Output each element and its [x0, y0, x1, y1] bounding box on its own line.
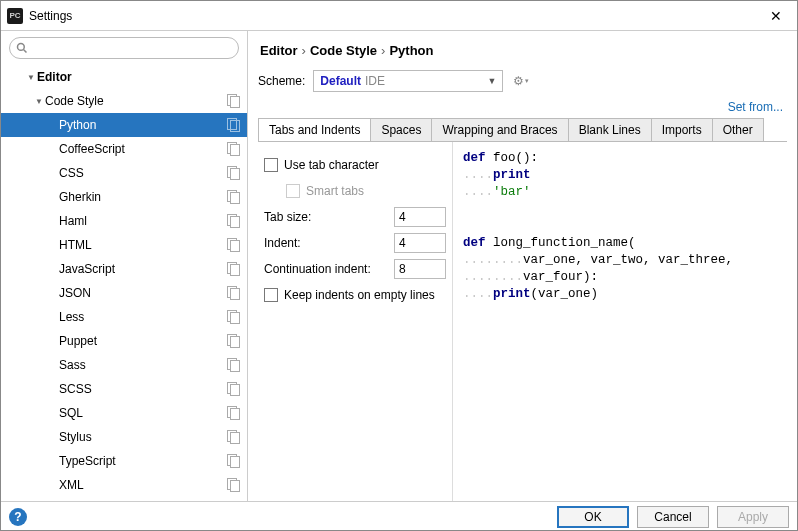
app-icon: PC: [7, 8, 23, 24]
scheme-name: Default: [320, 74, 361, 88]
scheme-copy-icon: [227, 262, 241, 276]
sidebar: ▼ Editor ▼ Code Style Python CoffeeScrip…: [1, 31, 248, 501]
gear-icon[interactable]: ⚙▾: [513, 74, 529, 88]
continuation-indent-input[interactable]: [394, 259, 446, 279]
breadcrumb-item: Editor: [260, 43, 298, 58]
scheme-copy-icon: [227, 406, 241, 420]
settings-tree: ▼ Editor ▼ Code Style Python CoffeeScrip…: [1, 65, 247, 501]
scheme-scope: IDE: [365, 74, 385, 88]
scheme-copy-icon: [227, 214, 241, 228]
options-panel: Use tab character Smart tabs Tab size: I…: [258, 142, 453, 501]
code-preview: def foo(): ....print ....'bar' def long_…: [453, 142, 787, 501]
checkbox-icon: [264, 288, 278, 302]
tree-label: XML: [59, 478, 227, 492]
ok-button[interactable]: OK: [557, 506, 629, 528]
tab-size-label: Tab size:: [264, 210, 311, 224]
tab-spaces[interactable]: Spaces: [371, 119, 432, 141]
tab-bar: Tabs and Indents Spaces Wrapping and Bra…: [258, 118, 764, 142]
set-from-link[interactable]: Set from...: [728, 100, 783, 114]
content-pane: Editor › Code Style › Python Scheme: Def…: [248, 31, 797, 501]
chevron-right-icon: ›: [381, 43, 385, 58]
breadcrumb-item: Python: [389, 43, 433, 58]
footer: ? OK Cancel Apply: [1, 501, 797, 531]
apply-button[interactable]: Apply: [717, 506, 789, 528]
tree-label: Haml: [59, 214, 227, 228]
tab-other[interactable]: Other: [713, 119, 763, 141]
scheme-copy-icon: [227, 454, 241, 468]
tree-item-sass[interactable]: Sass: [1, 353, 247, 377]
tree-item-coffeescript[interactable]: CoffeeScript: [1, 137, 247, 161]
tree-label: CSS: [59, 166, 227, 180]
scheme-copy-icon: [227, 358, 241, 372]
tree-item-javascript[interactable]: JavaScript: [1, 257, 247, 281]
cancel-button[interactable]: Cancel: [637, 506, 709, 528]
tree-item-python[interactable]: Python: [1, 113, 247, 137]
checkbox-icon: [264, 158, 278, 172]
tree-label: Sass: [59, 358, 227, 372]
option-label: Smart tabs: [306, 184, 364, 198]
continuation-indent-label: Continuation indent:: [264, 262, 371, 276]
scheme-copy-icon: [227, 190, 241, 204]
breadcrumb: Editor › Code Style › Python: [258, 37, 787, 68]
chevron-down-icon: ▼: [487, 76, 496, 86]
tree-label: JavaScript: [59, 262, 227, 276]
option-label: Keep indents on empty lines: [284, 288, 435, 302]
window-title: Settings: [29, 9, 761, 23]
search-icon: [16, 42, 28, 54]
scheme-copy-icon: [227, 94, 241, 108]
tree-label: SQL: [59, 406, 227, 420]
chevron-down-icon: ▼: [33, 97, 45, 106]
tree-label: Code Style: [45, 94, 227, 108]
tree-label: Python: [59, 118, 227, 132]
search-input[interactable]: [9, 37, 239, 59]
scheme-label: Scheme:: [258, 74, 305, 88]
titlebar: PC Settings ✕: [1, 1, 797, 31]
tab-blank-lines[interactable]: Blank Lines: [569, 119, 652, 141]
use-tab-checkbox[interactable]: Use tab character: [264, 158, 379, 172]
tree-label: Stylus: [59, 430, 227, 444]
tree-label: Less: [59, 310, 227, 324]
checkbox-icon: [286, 184, 300, 198]
tree-item-typescript[interactable]: TypeScript: [1, 449, 247, 473]
tree-item-less[interactable]: Less: [1, 305, 247, 329]
tree-label: Editor: [37, 70, 241, 84]
tree-item-gherkin[interactable]: Gherkin: [1, 185, 247, 209]
scheme-copy-icon: [227, 238, 241, 252]
tree-label: TypeScript: [59, 454, 227, 468]
indent-input[interactable]: [394, 233, 446, 253]
scheme-copy-icon: [227, 382, 241, 396]
tree-item-json[interactable]: JSON: [1, 281, 247, 305]
svg-line-1: [24, 50, 27, 53]
chevron-right-icon: ›: [302, 43, 306, 58]
tree-item-stylus[interactable]: Stylus: [1, 425, 247, 449]
tree-label: CoffeeScript: [59, 142, 227, 156]
scheme-copy-icon: [227, 118, 241, 132]
breadcrumb-item: Code Style: [310, 43, 377, 58]
chevron-down-icon: ▼: [25, 73, 37, 82]
scheme-copy-icon: [227, 310, 241, 324]
tree-item-editor[interactable]: ▼ Editor: [1, 65, 247, 89]
tree-item-sql[interactable]: SQL: [1, 401, 247, 425]
tab-wrapping-and-braces[interactable]: Wrapping and Braces: [432, 119, 568, 141]
tree-item-scss[interactable]: SCSS: [1, 377, 247, 401]
indent-label: Indent:: [264, 236, 301, 250]
tab-tabs-and-indents[interactable]: Tabs and Indents: [259, 119, 371, 142]
tree-label: JSON: [59, 286, 227, 300]
tab-imports[interactable]: Imports: [652, 119, 713, 141]
keep-indents-checkbox[interactable]: Keep indents on empty lines: [264, 288, 435, 302]
tab-size-input[interactable]: [394, 207, 446, 227]
tree-item-haml[interactable]: Haml: [1, 209, 247, 233]
tree-item-html[interactable]: HTML: [1, 233, 247, 257]
tree-item-css[interactable]: CSS: [1, 161, 247, 185]
help-button[interactable]: ?: [9, 508, 27, 526]
tree-item-code-style[interactable]: ▼ Code Style: [1, 89, 247, 113]
tree-item-puppet[interactable]: Puppet: [1, 329, 247, 353]
scheme-dropdown[interactable]: Default IDE ▼: [313, 70, 503, 92]
tree-item-xml[interactable]: XML: [1, 473, 247, 497]
close-button[interactable]: ✕: [761, 6, 791, 26]
tree-label: HTML: [59, 238, 227, 252]
scheme-copy-icon: [227, 478, 241, 492]
scheme-copy-icon: [227, 334, 241, 348]
tree-label: Puppet: [59, 334, 227, 348]
smart-tabs-checkbox: Smart tabs: [286, 184, 364, 198]
